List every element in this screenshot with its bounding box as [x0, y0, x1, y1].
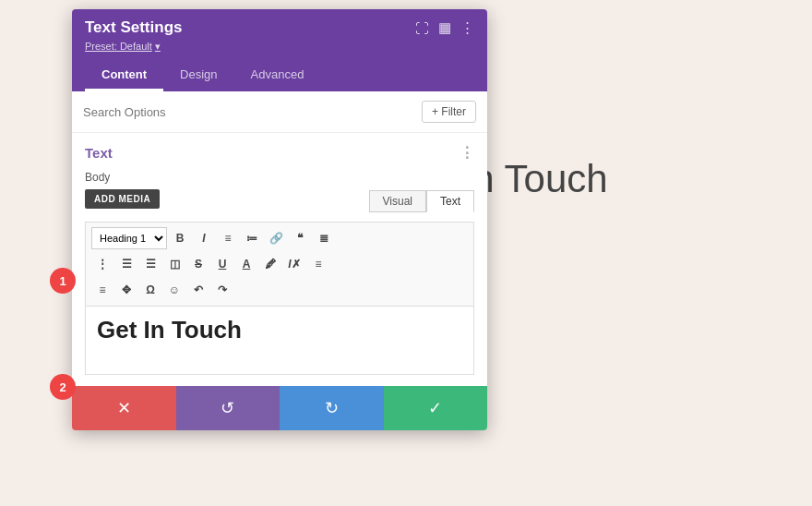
panel-preset: Preset: Default ▾ — [85, 41, 474, 53]
columns-icon[interactable]: ▦ — [438, 19, 451, 36]
editor-tabs: Visual Text — [369, 190, 474, 212]
panel-header: Text Settings ⛶ ▦ ⋮ Preset: Default ▾ Co… — [72, 9, 487, 91]
filter-button[interactable]: + Filter — [422, 101, 476, 123]
editor-tab-visual[interactable]: Visual — [369, 190, 426, 212]
text-settings-panel: Text Settings ⛶ ▦ ⋮ Preset: Default ▾ Co… — [72, 9, 487, 430]
bold-button[interactable]: B — [169, 227, 191, 249]
section-title: Text — [85, 145, 113, 161]
editor-tab-text[interactable]: Text — [426, 190, 474, 212]
ordered-list-button[interactable]: ≔ — [241, 227, 263, 249]
link-button[interactable]: 🔗 — [265, 227, 287, 249]
heading-select[interactable]: Heading 1Heading 2Heading 3Paragraph — [91, 227, 167, 249]
search-input[interactable] — [83, 105, 422, 119]
special-char-button[interactable]: Ω — [139, 279, 161, 301]
panel-title: Text Settings — [85, 18, 182, 37]
redo-button[interactable]: ↻ — [280, 386, 384, 430]
expand-icon[interactable]: ⛶ — [415, 20, 429, 36]
align-full-button[interactable]: ≣ — [313, 227, 335, 249]
underline-button[interactable]: U — [211, 253, 233, 275]
save-button[interactable]: ✓ — [384, 386, 488, 430]
more-icon[interactable]: ⋮ — [460, 19, 474, 36]
table-button[interactable]: ◫ — [163, 253, 185, 275]
clear-format-button[interactable]: I✗ — [283, 253, 305, 275]
align-right-button[interactable]: ☰ — [139, 253, 161, 275]
step-1-indicator: 1 — [50, 268, 76, 294]
panel-header-top: Text Settings ⛶ ▦ ⋮ — [85, 18, 474, 37]
indent-button[interactable]: ≡ — [307, 253, 329, 275]
tab-design[interactable]: Design — [163, 60, 233, 91]
undo-editor-button[interactable]: ↶ — [187, 279, 209, 301]
align-center-button[interactable]: ☰ — [115, 253, 137, 275]
unordered-list-button[interactable]: ≡ — [217, 227, 239, 249]
search-bar: + Filter — [72, 91, 487, 133]
section-options-icon[interactable]: ⋮ — [460, 144, 474, 162]
panel-header-icons: ⛶ ▦ ⋮ — [415, 19, 474, 36]
italic-button[interactable]: I — [193, 227, 215, 249]
body-label: Body — [85, 171, 474, 184]
panel-tabs: Content Design Advanced — [85, 60, 474, 91]
emoji-button[interactable]: ☺ — [163, 279, 185, 301]
redo-editor-button[interactable]: ↷ — [211, 279, 233, 301]
text-color-button[interactable]: A — [235, 253, 257, 275]
panel-footer: ✕ ↺ ↻ ✓ — [72, 386, 487, 430]
editor-content[interactable]: Get In Touch — [85, 306, 474, 375]
panel-body: Text ⋮ Body ADD MEDIA Visual Text Headin… — [72, 133, 487, 386]
editor-text: Get In Touch — [97, 316, 242, 343]
step-2-indicator: 2 — [50, 374, 76, 400]
add-media-button[interactable]: ADD MEDIA — [85, 189, 160, 209]
fullscreen-button[interactable]: ✥ — [115, 279, 137, 301]
cancel-button[interactable]: ✕ — [72, 386, 176, 430]
undo-button[interactable]: ↺ — [176, 386, 281, 430]
tab-content[interactable]: Content — [85, 60, 163, 91]
strikethrough-button[interactable]: S — [187, 253, 209, 275]
tab-advanced[interactable]: Advanced — [234, 60, 321, 91]
section-label: Text ⋮ — [85, 144, 474, 162]
outdent-button[interactable]: ≡ — [91, 279, 113, 301]
paste-button[interactable]: 🖉 — [259, 253, 281, 275]
editor-toolbar: Heading 1Heading 2Heading 3Paragraph B I… — [85, 222, 474, 306]
blockquote-button[interactable]: ❝ — [289, 227, 311, 249]
align-left-button[interactable]: ⋮ — [91, 253, 113, 275]
